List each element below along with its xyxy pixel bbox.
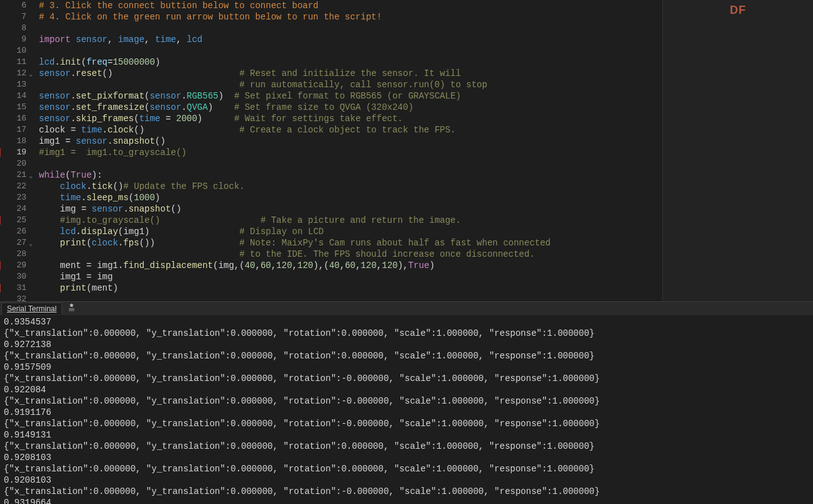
line-number[interactable]: 26 xyxy=(0,226,26,237)
line-number[interactable]: 29 xyxy=(0,260,26,271)
serial-terminal-output[interactable]: 0.9354537{"x_translation":0.000000, "y_t… xyxy=(0,315,813,504)
line-number[interactable]: 9 xyxy=(0,34,26,45)
code-editor[interactable]: 6789101112⌄131415161718192021⌄2223242526… xyxy=(0,0,662,301)
line-number[interactable]: 22 xyxy=(0,181,26,192)
line-number[interactable]: 20 xyxy=(0,158,26,169)
fold-icon[interactable]: ⌄ xyxy=(29,69,33,80)
fold-icon[interactable]: ⌄ xyxy=(29,239,33,250)
line-number[interactable]: 11 xyxy=(0,56,26,68)
code-line[interactable]: sensor.reset() # Reset and initialize th… xyxy=(39,68,662,79)
brand-badge: DF xyxy=(730,4,746,17)
line-number[interactable]: 12⌄ xyxy=(0,68,26,79)
code-line[interactable]: #img.to_grayscale() # Take a picture and… xyxy=(39,215,662,226)
modified-marker xyxy=(0,284,1,292)
line-number[interactable]: 27⌄ xyxy=(0,237,26,249)
line-number[interactable]: 28 xyxy=(0,249,26,260)
code-line[interactable]: # 4. Click on the green run arrow button… xyxy=(39,11,662,23)
terminal-line: {"x_translation":0.000000, "y_translatio… xyxy=(4,441,809,452)
line-number[interactable]: 16 xyxy=(0,113,26,124)
line-number[interactable]: 7 xyxy=(0,11,26,23)
line-number[interactable]: 6 xyxy=(0,0,26,11)
line-number[interactable]: 17 xyxy=(0,124,26,136)
line-number[interactable]: 30 xyxy=(0,271,26,282)
line-number[interactable]: 13 xyxy=(0,79,26,90)
code-line[interactable]: sensor.set_framesize(sensor.QVGA) # Set … xyxy=(39,102,662,113)
code-line[interactable]: # 3. Click the connect buttion below to … xyxy=(39,0,662,11)
code-line[interactable] xyxy=(39,23,662,34)
terminal-line: 0.9208103 xyxy=(4,452,809,463)
terminal-line: {"x_translation":0.000000, "y_translatio… xyxy=(4,486,809,497)
code-line[interactable]: while(True): xyxy=(39,169,662,181)
line-number[interactable]: 18 xyxy=(0,136,26,147)
code-line[interactable]: lcd.display(img1) # Display on LCD xyxy=(39,226,662,237)
terminal-line: 0.9149131 xyxy=(4,429,809,441)
modified-marker xyxy=(0,261,1,270)
code-content[interactable]: # 3. Click the connect buttion below to … xyxy=(30,0,662,301)
code-line[interactable]: img1 = img xyxy=(39,271,662,282)
code-line[interactable]: # run automatically, call sensor.run(0) … xyxy=(39,79,662,90)
fold-icon[interactable]: ⌄ xyxy=(29,171,33,182)
code-line[interactable] xyxy=(39,45,662,56)
code-line[interactable]: lcd.init(freq=15000000) xyxy=(39,56,662,68)
line-number[interactable]: 19 xyxy=(0,147,26,158)
line-number[interactable]: 23 xyxy=(0,192,26,203)
code-line[interactable]: clock.tick()# Update the FPS clock. xyxy=(39,181,662,192)
terminal-settings-icon[interactable] xyxy=(67,303,76,314)
code-line[interactable]: sensor.set_pixformat(sensor.RGB565) # Se… xyxy=(39,90,662,102)
code-line[interactable] xyxy=(39,294,662,301)
code-line[interactable]: img = sensor.snapshot() xyxy=(39,203,662,215)
terminal-line: {"x_translation":0.000000, "y_translatio… xyxy=(4,373,809,384)
terminal-line: 0.9208103 xyxy=(4,475,809,486)
code-line[interactable]: print(clock.fps()) # Note: MaixPy's Cam … xyxy=(39,237,662,249)
line-number[interactable]: 21⌄ xyxy=(0,169,26,181)
code-line[interactable]: # to the IDE. The FPS should increase on… xyxy=(39,249,662,260)
terminal-line: 0.9272138 xyxy=(4,339,809,350)
code-line[interactable] xyxy=(39,158,662,169)
terminal-line: {"x_translation":0.000000, "y_translatio… xyxy=(4,328,809,339)
code-line[interactable]: #img1 = img1.to_grayscale() xyxy=(39,147,662,158)
code-line[interactable]: clock = time.clock() # Create a clock ob… xyxy=(39,124,662,136)
terminal-tab[interactable]: Serial Terminal xyxy=(1,303,62,314)
terminal-line: {"x_translation":0.000000, "y_translatio… xyxy=(4,463,809,475)
terminal-line: 0.9191176 xyxy=(4,407,809,418)
line-number[interactable]: 24 xyxy=(0,203,26,215)
line-number[interactable]: 8 xyxy=(0,23,26,34)
modified-marker xyxy=(0,148,1,157)
terminal-line: 0.9319664 xyxy=(4,497,809,504)
terminal-line: {"x_translation":0.000000, "y_translatio… xyxy=(4,395,809,407)
code-line[interactable]: ment = img1.find_displacement(img,(40,60… xyxy=(39,260,662,271)
code-line[interactable]: time.sleep_ms(1000) xyxy=(39,192,662,203)
terminal-line: {"x_translation":0.000000, "y_translatio… xyxy=(4,350,809,362)
line-number[interactable]: 32 xyxy=(0,294,26,301)
terminal-line: 0.922084 xyxy=(4,384,809,395)
line-number[interactable]: 15 xyxy=(0,102,26,113)
code-line[interactable]: import sensor, image, time, lcd xyxy=(39,34,662,45)
terminal-line: 0.9157509 xyxy=(4,362,809,373)
terminal-line: 0.9354537 xyxy=(4,316,809,328)
code-line[interactable]: sensor.skip_frames(time = 2000) # Wait f… xyxy=(39,113,662,124)
code-line[interactable]: img1 = sensor.snapshot() xyxy=(39,136,662,147)
line-number[interactable]: 25 xyxy=(0,215,26,226)
terminal-line: {"x_translation":0.000000, "y_translatio… xyxy=(4,418,809,429)
line-number-gutter[interactable]: 6789101112⌄131415161718192021⌄2223242526… xyxy=(0,0,30,301)
code-line[interactable]: print(ment) xyxy=(39,282,662,294)
line-number[interactable]: 31 xyxy=(0,282,26,294)
line-number[interactable]: 10 xyxy=(0,45,26,56)
line-number[interactable]: 14 xyxy=(0,90,26,102)
terminal-header: Serial Terminal xyxy=(0,301,813,315)
preview-panel: DF xyxy=(662,0,813,301)
modified-marker xyxy=(0,216,1,225)
